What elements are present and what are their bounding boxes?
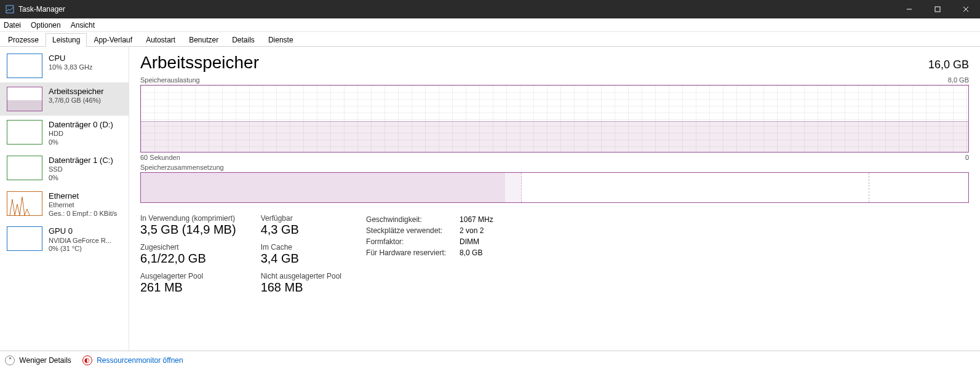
menu-view[interactable]: Ansicht: [71, 21, 95, 30]
graph-xaxis-right: 0: [965, 154, 969, 161]
memory-usage-graph[interactable]: [140, 85, 969, 153]
sidebar-item-4[interactable]: EthernetEthernetGes.: 0 Empf.: 0 KBit/s: [0, 187, 129, 223]
committed-value: 6,1/22,0 GB: [140, 252, 236, 266]
tab-performance[interactable]: Leistung: [46, 33, 87, 47]
sidebar-item-0[interactable]: CPU10% 3,83 GHz: [0, 49, 129, 82]
resmon-label: Ressourcenmonitor öffnen: [97, 355, 183, 364]
fewer-details-button[interactable]: ˄ Weniger Details: [5, 355, 71, 365]
main-panel: Arbeitsspeicher 16,0 GB Speicherauslastu…: [129, 47, 980, 351]
paged-label: Ausgelagerter Pool: [140, 272, 236, 280]
form-key: Formfaktor:: [366, 236, 452, 247]
sidebar-thumb-icon: [7, 156, 42, 180]
sidebar-item-title: Datenträger 1 (C:): [49, 156, 113, 165]
graph-usage-label: Speicherauslastung: [140, 76, 200, 84]
composition-used: [141, 173, 505, 202]
sidebar-item-sub: NVIDIA GeForce R...: [49, 237, 111, 245]
sidebar-thumb-icon: [7, 120, 42, 145]
in-use-label: In Verwendung (komprimiert): [140, 214, 236, 223]
sidebar-item-1[interactable]: Arbeitsspeicher3,7/8,0 GB (46%): [0, 82, 129, 116]
slots-value: 2 von 2: [460, 225, 484, 236]
sidebar-item-sub: 10% 3,83 GHz: [49, 63, 93, 72]
page-title: Arbeitsspeicher: [140, 53, 259, 73]
chevron-up-icon: ˄: [5, 355, 15, 365]
memory-details-table: Geschwindigkeit:1067 MHz Steckplätze ver…: [366, 214, 493, 258]
memory-composition-bar[interactable]: [140, 172, 969, 203]
speed-key: Geschwindigkeit:: [366, 214, 452, 225]
sidebar-item-sub: HDD: [49, 130, 113, 138]
sidebar-item-title: GPU 0: [49, 226, 111, 236]
titlebar: Task-Manager: [0, 0, 980, 18]
sidebar-thumb-icon: [7, 54, 42, 78]
sidebar: CPU10% 3,83 GHzArbeitsspeicher3,7/8,0 GB…: [0, 47, 129, 351]
menubar: Datei Optionen Ansicht: [0, 18, 980, 32]
cached-value: 3,4 GB: [261, 252, 341, 266]
tab-details[interactable]: Details: [225, 33, 261, 47]
sidebar-thumb-icon: [7, 191, 42, 216]
sidebar-item-sub: 3,7/8,0 GB (46%): [49, 97, 104, 105]
slots-key: Steckplätze verwendet:: [366, 225, 452, 236]
composition-modified: [505, 173, 522, 202]
committed-label: Zugesichert: [140, 243, 236, 252]
speed-value: 1067 MHz: [460, 214, 493, 225]
sidebar-item-title: Arbeitsspeicher: [49, 87, 104, 97]
footer: ˄ Weniger Details ◐ Ressourcenmonitor öf…: [0, 351, 980, 369]
close-button[interactable]: [952, 0, 980, 18]
available-label: Verfügbar: [261, 214, 341, 223]
sidebar-item-sub: Ethernet: [49, 201, 117, 210]
tab-app-history[interactable]: App-Verlauf: [87, 33, 139, 47]
available-value: 4,3 GB: [261, 223, 341, 237]
app-icon: [5, 4, 15, 14]
graph-xaxis-left: 60 Sekunden: [140, 154, 180, 161]
paged-value: 261 MB: [140, 280, 236, 295]
graph-composition-label: Speicherzusammensetzung: [140, 164, 224, 171]
sidebar-thumb-icon: [7, 87, 42, 111]
svg-rect-2: [935, 7, 940, 12]
sidebar-item-sub: SSD: [49, 165, 113, 174]
in-use-value: 3,5 GB (14,9 MB): [140, 223, 236, 237]
sidebar-thumb-icon: [7, 226, 42, 251]
maximize-button[interactable]: [923, 0, 952, 18]
nonpaged-label: Nicht ausgelagerter Pool: [261, 272, 341, 280]
window-title: Task-Manager: [18, 5, 65, 14]
memory-total: 16,0 GB: [928, 58, 969, 71]
sidebar-item-sub2: 0%: [49, 174, 113, 183]
menu-file[interactable]: Datei: [4, 21, 21, 30]
sidebar-item-2[interactable]: Datenträger 0 (D:)HDD0%: [0, 116, 129, 151]
sidebar-item-sub2: 0%: [49, 138, 113, 147]
menu-options[interactable]: Optionen: [31, 21, 61, 30]
reserved-value: 8,0 GB: [460, 247, 482, 258]
sidebar-item-5[interactable]: GPU 0NVIDIA GeForce R...0% (31 °C): [0, 222, 129, 258]
fewer-details-label: Weniger Details: [19, 355, 71, 364]
tab-processes[interactable]: Prozesse: [1, 33, 46, 47]
tab-services[interactable]: Dienste: [261, 33, 300, 47]
tab-startup[interactable]: Autostart: [139, 33, 182, 47]
open-resmon-link[interactable]: ◐ Ressourcenmonitor öffnen: [82, 355, 183, 365]
reserved-key: Für Hardware reserviert:: [366, 247, 452, 258]
form-value: DIMM: [460, 236, 479, 247]
tab-users[interactable]: Benutzer: [182, 33, 225, 47]
tabbar: Prozesse Leistung App-Verlauf Autostart …: [0, 32, 980, 47]
sidebar-item-sub2: Ges.: 0 Empf.: 0 KBit/s: [49, 210, 117, 218]
cached-label: Im Cache: [261, 243, 341, 252]
composition-free: [869, 173, 968, 202]
minimize-button[interactable]: [895, 0, 923, 18]
sidebar-item-title: Ethernet: [49, 191, 117, 201]
resmon-icon: ◐: [82, 355, 92, 365]
sidebar-item-sub2: 0% (31 °C): [49, 245, 111, 253]
sidebar-item-title: CPU: [49, 54, 93, 63]
sidebar-item-3[interactable]: Datenträger 1 (C:)SSD0%: [0, 151, 129, 187]
composition-standby: [522, 173, 869, 202]
nonpaged-value: 168 MB: [261, 280, 341, 295]
sidebar-item-title: Datenträger 0 (D:): [49, 120, 113, 130]
svg-rect-0: [6, 6, 14, 13]
graph-usage-max: 8,0 GB: [948, 76, 969, 84]
